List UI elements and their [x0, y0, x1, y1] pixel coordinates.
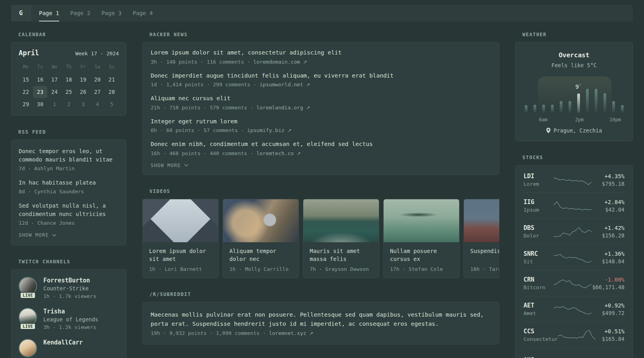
logo[interactable]: G: [11, 5, 31, 21]
stock-row[interactable]: CRNBitcorn -1.00%$66,171.48: [524, 270, 625, 296]
hn-item-meta: 1d · 1,414 points · 299 comments · ipsum…: [151, 82, 491, 88]
tab-page-1[interactable]: Page 1: [39, 5, 59, 21]
weather-bar: [621, 105, 624, 113]
stock-name: Ipsum: [524, 207, 554, 213]
calendar-day-next-month: 5: [105, 98, 119, 111]
stock-ticker[interactable]: AHS: [524, 356, 554, 358]
twitch-channel[interactable]: KendallCarr: [19, 339, 119, 357]
hn-item: Donec imperdiet augue tincidunt felis al…: [151, 72, 491, 88]
weather-widget: WEATHER Overcast Feels like 5°C 9° 6am 2…: [515, 32, 633, 141]
hn-item-title[interactable]: Integer eget rutrum lorem: [151, 118, 491, 126]
video-thumbnail[interactable]: [384, 199, 459, 242]
stock-row[interactable]: SNRCSit +1.36%$148.64: [524, 244, 625, 270]
tab-page-4[interactable]: Page 4: [133, 5, 153, 21]
stock-change: -1.00%: [592, 276, 625, 283]
video-card[interactable]: Suspendisse diam 18h · Tara: [464, 199, 499, 278]
video-title[interactable]: Nullam posuere cursus ex: [390, 247, 453, 263]
hn-item-title[interactable]: Aliquam nec cursus elit: [151, 95, 491, 103]
videos-widget: VIDEOS Lorem ipsum dolor sit amet consec…: [142, 189, 499, 278]
weekday-label: Tu: [33, 62, 47, 74]
stock-row[interactable]: LDILorem +4.35%$795.18: [524, 167, 625, 193]
hn-item-title[interactable]: Donec imperdiet augue tincidunt felis al…: [151, 72, 491, 80]
calendar-day: 29: [19, 98, 33, 111]
stock-row[interactable]: AETAmet +0.92%$499.72: [524, 296, 625, 322]
stock-sparkline: [554, 199, 592, 212]
weather-bar: [595, 89, 597, 113]
weather-card: Overcast Feels like 5°C 9° 6am 2pm 10pm: [515, 42, 633, 141]
stock-ticker[interactable]: IIG: [524, 198, 554, 206]
middle-column: HACKER NEWS Lorem ipsum dolor sit amet, …: [142, 32, 499, 358]
hn-item-domain[interactable]: ipsumify.biz: [247, 127, 285, 133]
rss-header: RSS FEED: [18, 129, 126, 135]
stock-row[interactable]: DBSDolor +1.42%$156.28: [524, 218, 625, 244]
video-title[interactable]: Aliquam tempor dolor nec pharetra…: [229, 247, 292, 263]
video-card[interactable]: Lorem ipsum dolor sit amet consectetu… 1…: [142, 199, 219, 278]
video-card[interactable]: Aliquam tempor dolor nec pharetra… 1h · …: [223, 199, 299, 278]
stock-ticker[interactable]: LDI: [524, 173, 554, 180]
calendar-day: 19: [76, 74, 90, 86]
video-thumbnail[interactable]: [303, 199, 379, 242]
hn-item-domain[interactable]: loremtech.co: [256, 150, 294, 156]
rss-item-title[interactable]: Sed volutpat nulla nisl, a condimentum n…: [19, 202, 119, 218]
calendar-day: 25: [62, 86, 76, 98]
rss-show-more-button[interactable]: SHOW MORE: [19, 232, 119, 238]
external-link-icon: ↗: [309, 331, 313, 336]
video-thumbnail[interactable]: [223, 199, 299, 242]
rss-card: Donec tempor eros leo, ut commodo mauris…: [11, 140, 126, 245]
stock-ticker[interactable]: SNRC: [524, 250, 554, 257]
stock-row[interactable]: AHS +0.46%: [524, 348, 625, 358]
hn-show-more-button[interactable]: SHOW MORE: [151, 163, 491, 168]
video-card[interactable]: Nullam posuere cursus ex 17h · Stefan Co…: [383, 199, 460, 278]
stock-name: Lorem: [524, 181, 554, 187]
rss-item-title[interactable]: In hac habitasse platea: [19, 179, 119, 187]
external-link-icon: ↗: [287, 128, 291, 133]
channel-meta: 1h · 1.7k viewers: [43, 293, 96, 299]
rss-item-title[interactable]: Donec tempor eros leo, ut commodo mauris…: [19, 147, 119, 164]
subreddit-header: /R/SUBREDDIT: [149, 292, 499, 297]
video-thumbnail[interactable]: [464, 199, 499, 242]
weekday-label: Mo: [19, 62, 33, 74]
stock-row[interactable]: IIGIpsum +2.84%$42.04: [524, 193, 625, 218]
channel-name[interactable]: Trisha: [43, 308, 98, 315]
video-meta: 17h · Stefan Cole: [390, 266, 453, 272]
stock-sparkline: [554, 173, 592, 187]
stock-ticker[interactable]: CRN: [524, 276, 554, 283]
weather-bar: [551, 105, 554, 113]
hn-item-domain[interactable]: loremdomain.com: [253, 59, 300, 65]
weather-bar: [525, 105, 528, 113]
stock-ticker[interactable]: CCS: [524, 328, 558, 335]
reddit-post-title[interactable]: Maecenas mollis pulvinar erat non posuer…: [151, 310, 491, 329]
calendar-day-next-month: 3: [76, 98, 90, 111]
hn-item-domain[interactable]: ipsumworld.net: [260, 82, 303, 88]
hn-item-domain[interactable]: loremlandia.org: [256, 105, 303, 111]
hn-item-title[interactable]: Donec enim nibh, condimentum et accumsan…: [151, 140, 491, 148]
chevron-down-icon: [52, 234, 56, 237]
stock-sparkline: [558, 328, 596, 342]
twitch-channel[interactable]: LIVE ForrestBurton Counter-Strike 1h · 1…: [19, 277, 119, 299]
channel-name[interactable]: ForrestBurton: [43, 277, 96, 284]
videos-row: Lorem ipsum dolor sit amet consectetu… 1…: [142, 199, 499, 278]
calendar-card: April Week 17 · 2024 Mo Tu We Th Fr Sa S…: [11, 42, 126, 116]
video-thumbnail[interactable]: [143, 199, 218, 242]
external-link-icon: ↗: [306, 105, 310, 111]
calendar-day: 18: [62, 74, 76, 86]
stock-ticker[interactable]: DBS: [524, 224, 554, 232]
channel-name[interactable]: KendallCarr: [43, 339, 83, 346]
stock-ticker[interactable]: AET: [524, 302, 554, 309]
video-title[interactable]: Mauris sit amet massa felis: [310, 247, 372, 263]
twitch-channel[interactable]: LIVE Trisha League of Legends 3h · 1.2k …: [19, 308, 119, 330]
video-title[interactable]: Lorem ipsum dolor sit amet consectetu…: [149, 247, 212, 263]
stocks-widget: STOCKS LDILorem +4.35%$795.18 IIGIpsum +…: [515, 155, 633, 358]
video-card[interactable]: Mauris sit amet massa felis 7h · Grayson…: [303, 199, 379, 278]
video-title[interactable]: Suspendisse diam: [470, 247, 499, 263]
time-label: 2pm: [575, 117, 584, 123]
stock-row[interactable]: CCSConsectetur +0.51%$165.84: [524, 322, 625, 348]
hn-item-title[interactable]: Lorem ipsum dolor sit amet, consectetur …: [151, 49, 491, 57]
channel-game: Counter-Strike: [43, 285, 96, 292]
tab-page-3[interactable]: Page 3: [101, 5, 122, 21]
rss-item: Sed volutpat nulla nisl, a condimentum n…: [19, 202, 119, 226]
twitch-card: LIVE ForrestBurton Counter-Strike 1h · 1…: [11, 269, 126, 358]
tab-page-2[interactable]: Page 2: [70, 5, 91, 21]
reddit-post-domain[interactable]: loremnet.xyz: [269, 330, 306, 336]
rss-item-meta: 8d · Cynthia Saunders: [19, 189, 119, 195]
